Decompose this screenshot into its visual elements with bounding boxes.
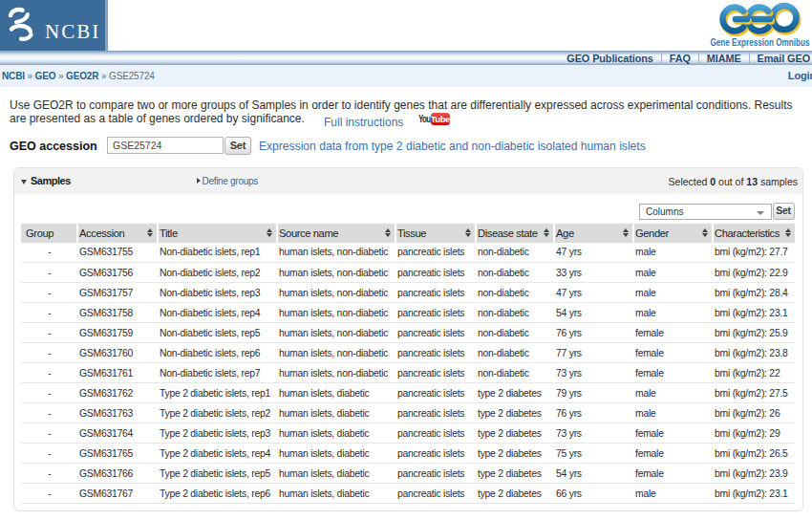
svg-text:Gene Expression Omnibus: Gene Expression Omnibus	[711, 36, 810, 48]
